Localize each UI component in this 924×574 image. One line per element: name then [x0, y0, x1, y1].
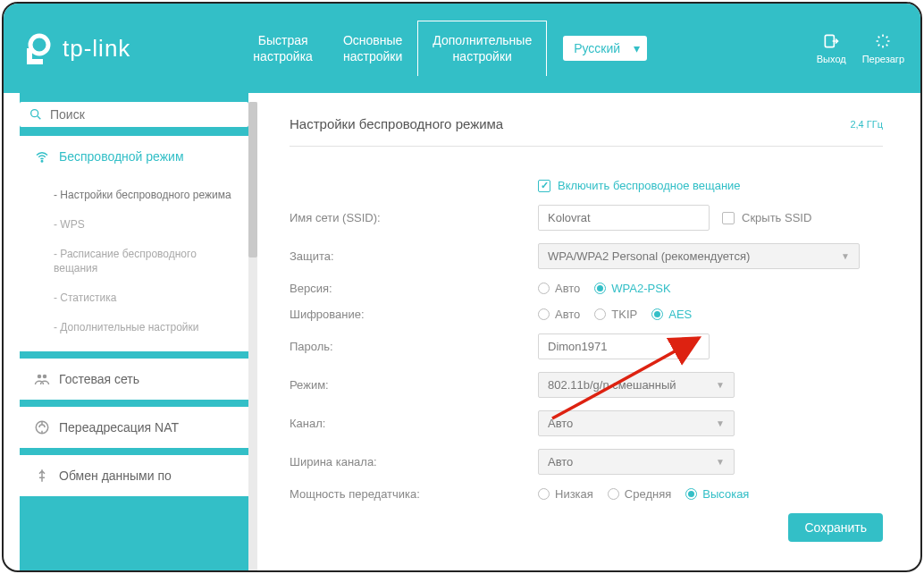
tplink-logo-icon: [20, 30, 55, 66]
label-security: Защита:: [290, 249, 538, 263]
svg-rect-2: [27, 59, 43, 64]
radio-enc-aes[interactable]: AES: [651, 308, 692, 321]
logout-button[interactable]: Выход: [817, 32, 846, 64]
brand-name: tp-link: [63, 35, 130, 63]
label-channel: Канал:: [290, 417, 538, 430]
reboot-button[interactable]: Перезагр: [862, 32, 904, 64]
label-tx-power: Мощность передатчика:: [290, 487, 538, 501]
security-select[interactable]: WPA/WPA2 Personal (рекомендуется)▼: [538, 243, 860, 269]
sidebar-submenu-wireless: - Настройки беспроводного режима - WPS -…: [20, 177, 248, 351]
logout-icon: [822, 32, 840, 50]
radio-enc-auto[interactable]: Авто: [538, 308, 580, 321]
svg-point-5: [41, 161, 43, 163]
sub-wps[interactable]: - WPS: [20, 210, 248, 240]
label-encryption: Шифрование:: [290, 308, 538, 321]
radio-power-mid[interactable]: Средняя: [608, 487, 671, 501]
language-select[interactable]: Русский: [563, 36, 647, 61]
sidebar-scrollbar-thumb[interactable]: [248, 102, 257, 257]
reload-icon: [874, 32, 892, 50]
page-title: Настройки беспроводного режима: [290, 116, 503, 131]
radio-version-auto[interactable]: Авто: [538, 282, 580, 295]
tab-advanced[interactable]: Дополнительныенастройки: [417, 21, 547, 76]
svg-point-0: [30, 36, 48, 54]
sidebar-item-label: Гостевая сеть: [59, 372, 139, 386]
sidebar-item-wireless[interactable]: Беспроводной режим: [20, 136, 248, 177]
password-input[interactable]: [538, 333, 710, 359]
sub-wireless-schedule[interactable]: - Расписание беспроводного вещания: [20, 240, 248, 284]
sidebar-item-guest-network[interactable]: Гостевая сеть: [20, 359, 248, 400]
sidebar-scrollbar[interactable]: [248, 102, 257, 572]
search-input[interactable]: [50, 107, 239, 122]
svg-point-6: [38, 375, 42, 379]
sidebar-item-label: Обмен данными по: [59, 468, 172, 483]
guests-icon: [34, 371, 50, 387]
sidebar: Беспроводной режим - Настройки беспровод…: [20, 93, 248, 572]
sidebar-item-label: Переадресация NAT: [59, 420, 179, 435]
search-icon: [29, 107, 43, 122]
top-bar: tp-link Быстраянастройка Основныенастрой…: [4, 4, 920, 93]
nat-icon: [34, 419, 50, 435]
radio-enc-tkip[interactable]: TKIP: [594, 308, 637, 321]
svg-point-7: [43, 375, 47, 379]
radio-version-wpa2psk[interactable]: WPA2-PSK: [594, 282, 670, 295]
channel-width-select[interactable]: Авто▼: [538, 449, 735, 475]
save-button[interactable]: Сохранить: [788, 513, 883, 542]
checkbox-icon: [722, 212, 735, 224]
radio-power-high[interactable]: Высокая: [685, 487, 749, 501]
radio-power-low[interactable]: Низкая: [538, 487, 593, 501]
sub-wireless-settings[interactable]: - Настройки беспроводного режима: [20, 181, 248, 210]
tab-quick-setup[interactable]: Быстраянастройка: [238, 21, 328, 76]
sub-statistics[interactable]: - Статистика: [20, 283, 248, 313]
label-password: Пароль:: [290, 340, 538, 353]
brand-logo: tp-link: [20, 30, 130, 66]
ssid-input[interactable]: [538, 205, 710, 231]
sidebar-item-label: Беспроводной режим: [59, 149, 184, 164]
label-mode: Режим:: [290, 378, 538, 392]
label-channel-width: Ширина канала:: [290, 455, 538, 468]
svg-point-4: [31, 110, 38, 117]
sidebar-search[interactable]: [20, 102, 248, 127]
main-tabs: Быстраянастройка Основныенастройки Допол…: [238, 21, 547, 76]
usb-icon: [34, 468, 50, 484]
wireless-form: Включить беспроводное вещание Имя сети (…: [290, 179, 883, 542]
hide-ssid-checkbox[interactable]: Скрыть SSID: [722, 211, 811, 224]
label-ssid: Имя сети (SSID):: [290, 211, 538, 224]
mode-select[interactable]: 802.11b/g/n смешанный▼: [538, 372, 735, 398]
channel-select[interactable]: Авто▼: [538, 410, 735, 436]
label-version: Версия:: [290, 282, 538, 295]
band-switch[interactable]: 2,4 ГГц: [850, 119, 883, 130]
main-content: Настройки беспроводного режима 2,4 ГГц В…: [265, 93, 908, 558]
sidebar-item-nat[interactable]: Переадресация NAT: [20, 407, 248, 448]
sub-wireless-advanced[interactable]: - Дополнительные настройки: [20, 313, 248, 342]
tab-basic[interactable]: Основныенастройки: [328, 21, 417, 76]
checkbox-icon: [538, 180, 550, 192]
wifi-icon: [34, 148, 50, 165]
enable-wireless-checkbox[interactable]: Включить беспроводное вещание: [538, 179, 741, 192]
sidebar-item-usb-sharing[interactable]: Обмен данными по: [20, 455, 248, 496]
